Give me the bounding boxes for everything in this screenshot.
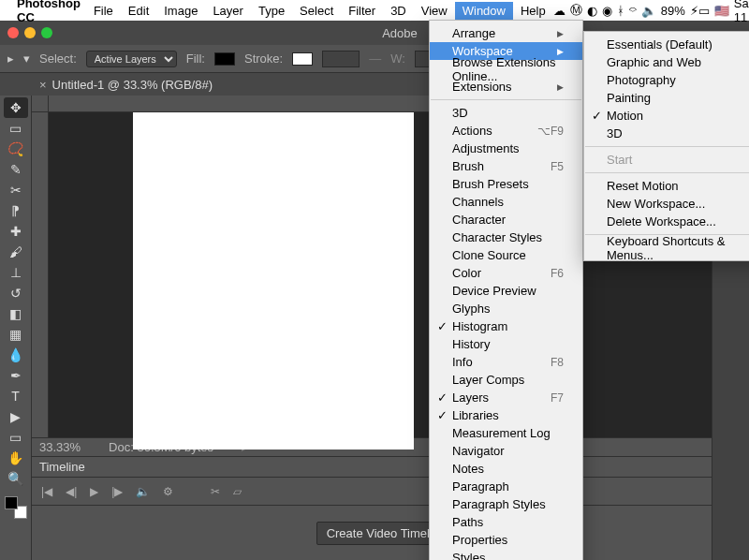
pen-tool[interactable]: ✒ (4, 365, 28, 386)
eyedropper-tool[interactable]: ⁋ (4, 200, 28, 221)
menu-help[interactable]: Help (513, 2, 553, 20)
menu-item-notes[interactable]: Notes (430, 460, 582, 478)
menu-item-actions[interactable]: Actions⌥F9 (430, 122, 582, 140)
menu-item-navigator[interactable]: Navigator (430, 442, 582, 460)
quick-select-tool[interactable]: ✎ (4, 159, 28, 180)
menu-item-styles[interactable]: Styles (430, 549, 582, 560)
bluetooth-icon[interactable]: ᚼ (617, 4, 624, 18)
lasso-tool[interactable]: 📿 (4, 139, 28, 159)
menu-item-motion[interactable]: Motion (584, 107, 749, 125)
menu-item-history[interactable]: History (430, 335, 582, 353)
gradient-tool[interactable]: ▦ (4, 324, 28, 345)
menu-item-arrange[interactable]: Arrange (430, 24, 582, 42)
marquee-tool[interactable]: ▭ (4, 118, 28, 139)
minimize-window-icon[interactable] (24, 27, 36, 38)
menu-window[interactable]: Window (455, 2, 513, 20)
zoom-level[interactable]: 33.33% (39, 440, 81, 454)
window-menu-dropdown[interactable]: ArrangeWorkspaceBrowse Extensions Online… (429, 20, 583, 560)
volume-icon[interactable]: 🔈 (641, 4, 656, 18)
close-window-icon[interactable] (7, 27, 19, 38)
wifi-icon[interactable]: ⌔ (629, 4, 637, 18)
menu-item-histogram[interactable]: Histogram (430, 317, 582, 335)
tl-split-icon[interactable]: ✂ (211, 485, 220, 498)
menu-item-reset-motion[interactable]: Reset Motion (584, 177, 749, 195)
timeline-title[interactable]: Timeline (39, 460, 85, 474)
tl-transition-icon[interactable]: ▱ (233, 485, 242, 498)
close-tab-icon[interactable]: × (39, 78, 47, 92)
menu-item-new-workspace[interactable]: New Workspace... (584, 195, 749, 213)
menu-item-extensions[interactable]: Extensions (430, 78, 582, 96)
shape-tool[interactable]: ▭ (4, 427, 28, 448)
menu-edit[interactable]: Edit (121, 2, 156, 20)
menu-item-delete-workspace[interactable]: Delete Workspace... (584, 213, 749, 230)
menu-layer[interactable]: Layer (205, 2, 251, 20)
tl-audio-icon[interactable]: 🔈 (136, 485, 150, 498)
menu-item-device-preview[interactable]: Device Preview (430, 282, 582, 300)
battery-icon[interactable]: ⚡︎▭ (690, 4, 710, 18)
history-brush-tool[interactable]: ↺ (4, 283, 28, 303)
menu-item-measurement-log[interactable]: Measurement Log (430, 424, 582, 442)
zoom-window-icon[interactable] (41, 27, 52, 38)
menu-item-browse-extensions-online[interactable]: Browse Extensions Online... (430, 60, 582, 78)
status-icon[interactable]: Ⓜ (570, 2, 582, 19)
menu-item-paragraph[interactable]: Paragraph (430, 478, 582, 495)
tl-settings-icon[interactable]: ⚙ (163, 485, 173, 498)
menu-select[interactable]: Select (292, 2, 341, 20)
stroke-swatch[interactable] (292, 52, 313, 66)
app-name[interactable]: Photoshop CC (17, 0, 81, 24)
menu-item-photography[interactable]: Photography (584, 71, 749, 89)
workspace-submenu[interactable]: Essentials (Default)Graphic and WebPhoto… (583, 31, 749, 261)
menu-type[interactable]: Type (251, 2, 292, 20)
menu-item-layers[interactable]: LayersF7 (430, 389, 582, 406)
blur-tool[interactable]: 💧 (4, 345, 28, 365)
menu-filter[interactable]: Filter (341, 2, 383, 20)
tl-first-frame-icon[interactable]: |◀ (41, 485, 52, 498)
menu-item-3d[interactable]: 3D (584, 125, 749, 142)
menu-item-channels[interactable]: Channels (430, 193, 582, 211)
stamp-tool[interactable]: ⊥ (4, 262, 28, 283)
tl-next-frame-icon[interactable]: |▶ (111, 485, 123, 498)
menu-item-adjustments[interactable]: Adjustments (430, 140, 582, 157)
menu-item-character-styles[interactable]: Character Styles (430, 228, 582, 246)
mac-menubar[interactable]: Photoshop CC FileEditImageLayerTypeSelec… (0, 0, 749, 21)
menu-item-layer-comps[interactable]: Layer Comps (430, 371, 582, 389)
menu-item-graphic-and-web[interactable]: Graphic and Web (584, 53, 749, 71)
brush-tool[interactable]: 🖌 (4, 242, 28, 262)
menu-image[interactable]: Image (156, 2, 205, 20)
ruler-origin[interactable] (32, 96, 49, 112)
menu-item-info[interactable]: InfoF8 (430, 353, 582, 371)
path-select-tool[interactable]: ▶ (4, 406, 28, 427)
menu-item-painting[interactable]: Painting (584, 89, 749, 107)
document-tab[interactable]: ×Untitled-1 @ 33.3% (RGB/8#) (32, 74, 220, 96)
menu-view[interactable]: View (414, 2, 455, 20)
menu-item-brush-presets[interactable]: Brush Presets (430, 175, 582, 193)
move-tool[interactable]: ✥ (4, 97, 28, 118)
stroke-width-field[interactable] (322, 51, 360, 67)
menu-item-libraries[interactable]: Libraries (430, 406, 582, 424)
ruler-vertical[interactable] (32, 112, 49, 437)
eraser-tool[interactable]: ◧ (4, 303, 28, 324)
menu-item-keyboard-shortcuts-menus[interactable]: Keyboard Shortcuts & Menus... (584, 239, 749, 257)
tl-prev-frame-icon[interactable]: ◀| (66, 485, 77, 498)
menu-item-paths[interactable]: Paths (430, 513, 582, 531)
type-tool[interactable]: T (4, 386, 28, 406)
select-target-dropdown[interactable]: Active Layers (86, 51, 177, 67)
fg-bg-color-swatch[interactable] (5, 496, 27, 519)
menu-item-clone-source[interactable]: Clone Source (430, 246, 582, 264)
move-tool-icon[interactable]: ▸ (7, 52, 14, 66)
menu-item-essentials-default[interactable]: Essentials (Default) (584, 36, 749, 53)
menu-3d[interactable]: 3D (383, 2, 414, 20)
healing-tool[interactable]: ✚ (4, 221, 28, 242)
hand-tool[interactable]: ✋ (4, 448, 28, 468)
menu-item-character[interactable]: Character (430, 211, 582, 228)
menu-file[interactable]: File (86, 2, 121, 20)
menu-item-glyphs[interactable]: Glyphs (430, 300, 582, 317)
flag-icon[interactable]: 🇺🇸 (714, 4, 729, 18)
menu-item-3d[interactable]: 3D (430, 104, 582, 122)
document-canvas[interactable] (133, 112, 414, 449)
status-icon[interactable]: ☁ (553, 4, 565, 18)
menu-item-brush[interactable]: BrushF5 (430, 157, 582, 175)
tool-preset-dropdown[interactable]: ▾ (23, 52, 30, 66)
status-icon[interactable]: ◐ (587, 4, 597, 18)
menu-item-properties[interactable]: Properties (430, 531, 582, 549)
